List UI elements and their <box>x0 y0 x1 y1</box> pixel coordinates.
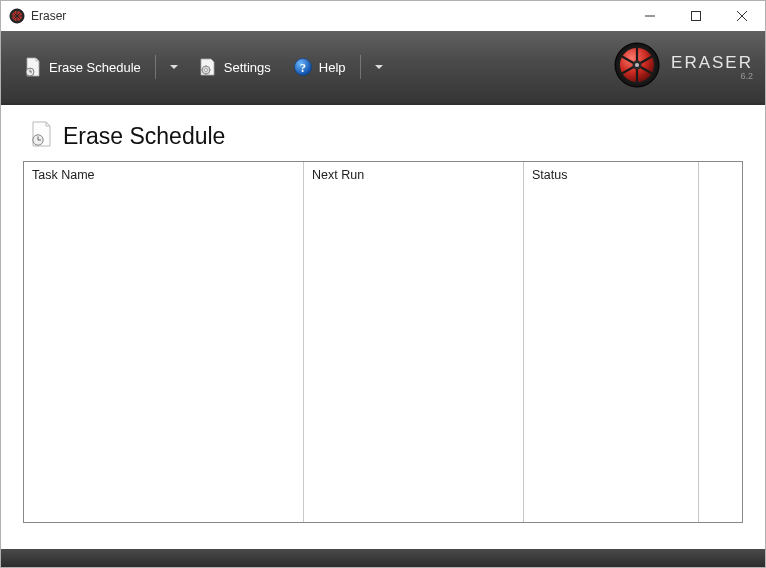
settings-button[interactable]: Settings <box>194 53 275 81</box>
toolbar-separator <box>155 55 156 79</box>
svg-text:?: ? <box>300 61 306 75</box>
panel-title: Erase Schedule <box>63 123 225 150</box>
erase-schedule-button[interactable]: Erase Schedule <box>19 53 145 81</box>
gear-document-icon <box>198 57 218 77</box>
column-header-status[interactable]: Status <box>524 162 699 522</box>
footer-bar <box>1 549 765 567</box>
document-clock-icon <box>23 57 43 77</box>
erase-schedule-label: Erase Schedule <box>49 60 141 75</box>
brand-name: ERASER <box>671 53 753 73</box>
schedule-table[interactable]: Task Name Next Run Status <box>23 161 743 523</box>
app-window: Eraser Eras <box>0 0 766 568</box>
svg-point-10 <box>204 69 207 72</box>
app-icon <box>9 8 25 24</box>
panel-header: Erase Schedule <box>23 111 743 161</box>
titlebar: Eraser <box>1 1 765 31</box>
eraser-logo-icon <box>613 41 661 93</box>
help-icon: ? <box>293 57 313 77</box>
maximize-button[interactable] <box>673 1 719 31</box>
erase-schedule-dropdown[interactable] <box>166 61 180 73</box>
chevron-down-icon <box>170 65 178 69</box>
main-toolbar: Erase Schedule Setting <box>1 31 765 103</box>
brand-area: ERASER 6.2 <box>613 41 753 93</box>
svg-point-23 <box>635 63 639 67</box>
help-button[interactable]: ? Help <box>289 53 350 81</box>
column-header-next-run[interactable]: Next Run <box>304 162 524 522</box>
help-label: Help <box>319 60 346 75</box>
minimize-button[interactable] <box>627 1 673 31</box>
document-clock-icon <box>29 121 53 151</box>
settings-label: Settings <box>224 60 271 75</box>
toolbar-separator <box>360 55 361 79</box>
help-dropdown[interactable] <box>371 61 385 73</box>
svg-rect-3 <box>692 12 701 21</box>
close-button[interactable] <box>719 1 765 31</box>
column-header-task-name[interactable]: Task Name <box>24 162 304 522</box>
window-title: Eraser <box>31 9 66 23</box>
content-area: Erase Schedule Task Name Next Run Status <box>1 103 765 549</box>
column-header-extra[interactable] <box>699 162 742 522</box>
schedule-panel: Erase Schedule Task Name Next Run Status <box>23 111 743 523</box>
window-controls <box>627 1 765 31</box>
chevron-down-icon <box>375 65 383 69</box>
